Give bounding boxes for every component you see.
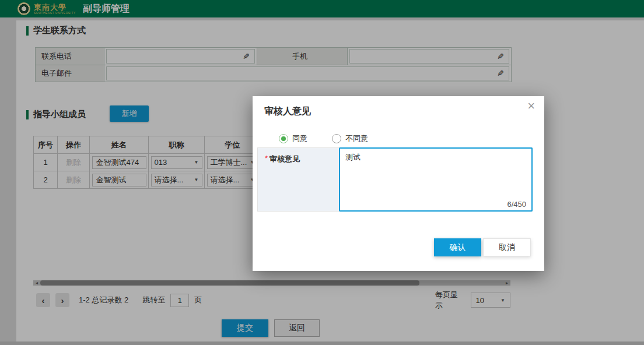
opinion-textarea[interactable]: 测试 (340, 149, 531, 210)
close-icon[interactable]: × (527, 98, 535, 114)
cancel-button[interactable]: 取消 (483, 238, 531, 256)
radio-disagree[interactable]: 不同意 (332, 133, 368, 144)
opinion-textarea-wrapper: 测试 6/450 (339, 147, 533, 212)
char-counter: 6/450 (507, 200, 526, 209)
approval-radio-group: 同意 不同意 (279, 133, 368, 144)
radio-selected-icon[interactable] (279, 134, 288, 143)
review-opinion-field: * 审核意见 测试 6/450 (257, 147, 533, 212)
radio-unselected-icon[interactable] (332, 134, 341, 143)
radio-agree[interactable]: 同意 (279, 133, 307, 144)
screen: 東南大學 SOUTHEAST UNIVERSITY 副导师管理 学生联系方式 联… (0, 0, 644, 345)
confirm-button[interactable]: 确认 (434, 238, 481, 256)
required-mark: * (265, 154, 268, 163)
review-opinion-dialog: 审核人意见 × 同意 不同意 * 审核意见 测试 6/450 确认 (253, 96, 544, 271)
dialog-title: 审核人意见 (264, 105, 311, 118)
dialog-actions: 确认 取消 (434, 238, 531, 256)
opinion-label: * 审核意见 (258, 148, 339, 211)
